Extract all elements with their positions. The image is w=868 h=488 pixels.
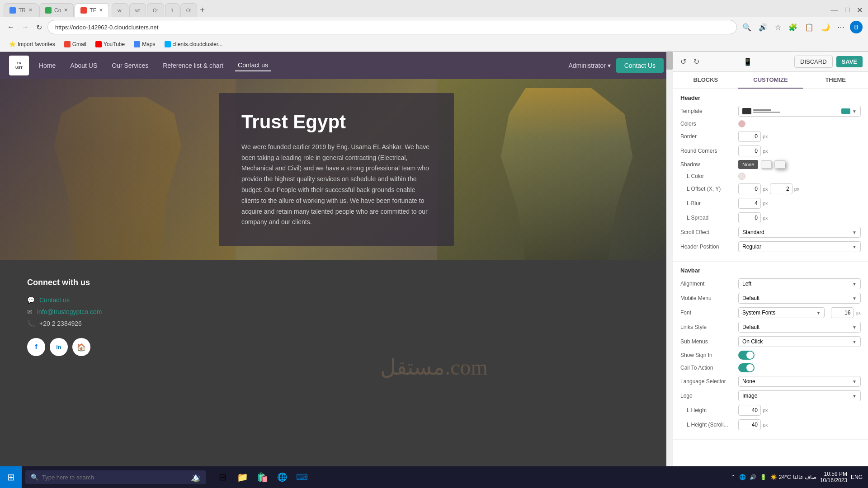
- right-panel: ↺ ↻ 📱 DISCARD SAVE BLOCKS CUSTOMIZE THEM…: [673, 52, 868, 488]
- email-footer-link[interactable]: info@trustegyptco.com: [37, 308, 102, 315]
- favorites-icon[interactable]: ☆: [773, 21, 783, 33]
- shadow-blur-input[interactable]: 4: [738, 198, 761, 209]
- tab-blocks[interactable]: BLOCKS: [673, 72, 738, 89]
- shadow-offset-x-input[interactable]: 0: [738, 183, 761, 194]
- browser-tab-1[interactable]: TR ✕: [4, 3, 38, 17]
- collections-icon[interactable]: 📋: [803, 21, 816, 33]
- back-button[interactable]: ←: [5, 21, 16, 33]
- undo-button[interactable]: ↺: [679, 56, 688, 68]
- nav-link-home[interactable]: Home: [36, 60, 58, 71]
- shadow-offset-y-input[interactable]: 2: [770, 183, 793, 194]
- font-select[interactable]: System Fonts ▼: [738, 307, 825, 318]
- border-input[interactable]: 0: [738, 131, 761, 142]
- mobile-menu-select[interactable]: Default ▼: [738, 293, 861, 304]
- round-corners-input[interactable]: 0: [738, 145, 761, 156]
- nav-link-contact[interactable]: Contact us: [235, 60, 271, 71]
- shadow-md-option[interactable]: [774, 160, 785, 169]
- forward-button[interactable]: →: [20, 21, 31, 33]
- save-button[interactable]: SAVE: [836, 56, 863, 67]
- shadow-spread-row: L Spread 0 px: [680, 212, 861, 223]
- linkedin-button[interactable]: in: [50, 338, 68, 356]
- nav-link-services[interactable]: Our Services: [109, 60, 151, 71]
- colors-picker[interactable]: [738, 120, 745, 127]
- store-button[interactable]: 🛍️: [253, 468, 271, 486]
- task-view-icon: ⊟: [219, 472, 226, 483]
- read-aloud-icon[interactable]: 🔊: [757, 21, 769, 33]
- scroll-track[interactable]: [666, 52, 673, 466]
- tab-theme[interactable]: THEME: [803, 72, 868, 89]
- maximize-button[interactable]: □: [843, 4, 851, 16]
- logo-height-scroll-input[interactable]: 40: [738, 419, 761, 430]
- sub-menus-select[interactable]: On Click ▼: [738, 336, 861, 347]
- battery-icon: 🔋: [760, 474, 767, 480]
- new-tab-button[interactable]: +: [200, 5, 205, 15]
- browser-tab-8[interactable]: O:: [180, 3, 198, 17]
- logo-height-row: L Height 40 px: [680, 405, 861, 416]
- browser-tab-5[interactable]: w:: [129, 3, 146, 17]
- browser-tab-7[interactable]: 1: [165, 3, 179, 17]
- start-button[interactable]: ⊞: [0, 466, 22, 488]
- scroll-handle[interactable]: [666, 52, 673, 70]
- mobile-view-button[interactable]: 📱: [741, 56, 754, 68]
- taskbar-right: ⌃ 🌐 🔊 🔋 ☀️ 24°C صاف عالنا 10:59 PM 10/16…: [731, 471, 868, 483]
- nav-link-about[interactable]: About US: [67, 60, 100, 71]
- colors-label: Colors: [680, 121, 735, 127]
- shadow-sm-option[interactable]: [761, 160, 772, 169]
- bookmark-maps[interactable]: Maps: [130, 40, 159, 48]
- header-position-select[interactable]: Regular ▼: [738, 241, 861, 252]
- facebook-button[interactable]: f: [27, 338, 45, 356]
- file-explorer-button[interactable]: 📁: [233, 468, 251, 486]
- vscode-button[interactable]: ⌨: [293, 468, 311, 486]
- shadow-color-picker[interactable]: [738, 173, 745, 180]
- alignment-select[interactable]: Left ▼: [738, 278, 861, 289]
- discard-button[interactable]: DISCARD: [794, 56, 833, 68]
- edge-button[interactable]: 🌐: [273, 468, 291, 486]
- bookmark-cloud-label: clients.cloudcluster...: [173, 41, 223, 47]
- browser-tab-6[interactable]: O:: [147, 3, 164, 17]
- bookmark-maps-label: Maps: [142, 41, 155, 47]
- bookmark-youtube[interactable]: YouTube: [92, 40, 128, 48]
- contact-us-button[interactable]: Contact Us: [616, 58, 664, 73]
- show-sign-in-toggle[interactable]: [738, 351, 755, 360]
- contact-us-footer-link[interactable]: Contact us: [39, 296, 70, 304]
- refresh-button[interactable]: ↻: [34, 21, 44, 33]
- browser-tab-4[interactable]: w:: [112, 3, 128, 17]
- call-to-action-toggle[interactable]: [738, 363, 755, 372]
- logo-select[interactable]: Image ▼: [738, 390, 861, 401]
- mobile-menu-chevron: ▼: [852, 296, 857, 301]
- close-window-button[interactable]: ✕: [855, 4, 864, 16]
- tab-close-2[interactable]: ✕: [64, 7, 68, 13]
- extensions-icon[interactable]: 🧩: [787, 21, 799, 33]
- bookmark-gmail[interactable]: Gmail: [61, 40, 90, 48]
- menu-icon[interactable]: ⋯: [835, 21, 846, 33]
- browser-tab-3[interactable]: TF ✕: [75, 3, 109, 17]
- network-icon: 🌐: [739, 474, 746, 480]
- shadow-spread-input[interactable]: 0: [738, 212, 761, 223]
- links-style-select[interactable]: Default ▼: [738, 322, 861, 333]
- dark-mode-icon[interactable]: 🌙: [819, 21, 832, 33]
- task-view-button[interactable]: ⊟: [213, 468, 231, 486]
- tab-close-3[interactable]: ✕: [99, 7, 103, 13]
- font-size-input[interactable]: 16: [831, 307, 854, 318]
- logo-height-input[interactable]: 40: [738, 405, 761, 416]
- tab-customize[interactable]: CUSTOMIZE: [738, 72, 803, 89]
- bing-icon[interactable]: B: [850, 21, 863, 33]
- scroll-effect-select[interactable]: Standard ▼: [738, 227, 861, 238]
- search-icon[interactable]: 🔍: [741, 21, 753, 33]
- home-button[interactable]: 🏠: [72, 338, 90, 356]
- taskbar-search-input[interactable]: [42, 474, 187, 481]
- tab-close-1[interactable]: ✕: [28, 7, 33, 13]
- redo-button[interactable]: ↻: [692, 56, 701, 68]
- minimize-button[interactable]: —: [829, 4, 840, 16]
- template-selector[interactable]: ▼: [738, 106, 861, 117]
- language-selector-select[interactable]: None ▼: [738, 376, 861, 387]
- browser-tab-2[interactable]: Co ✕: [39, 3, 74, 17]
- shadow-offset-label: L Offset (X, Y): [680, 186, 735, 192]
- admin-dropdown[interactable]: Administrator ▾: [568, 62, 610, 69]
- taskbar-search[interactable]: 🔍 🏔️: [25, 470, 206, 484]
- shadow-none-option[interactable]: None: [738, 160, 758, 169]
- nav-link-reference[interactable]: Reference list & chart: [160, 60, 226, 71]
- bookmark-import[interactable]: ⭐ Import favorites: [5, 40, 59, 48]
- bookmark-cloud[interactable]: clients.cloudcluster...: [161, 40, 226, 48]
- address-input[interactable]: https://odoo-142962-0.cloudclusters.net: [47, 20, 737, 34]
